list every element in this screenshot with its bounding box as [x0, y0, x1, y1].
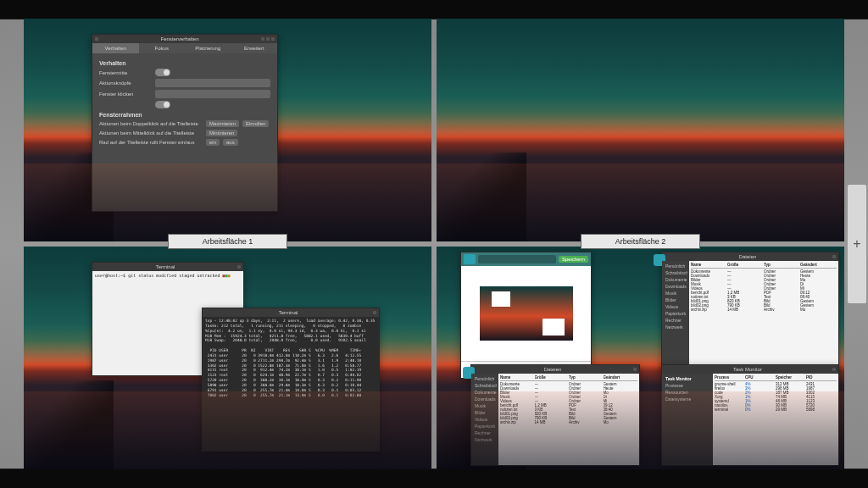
list-item[interactable]: bild02.png790 KBBildGestern — [500, 416, 637, 420]
sidebar-item[interactable]: Persönlich — [473, 375, 497, 382]
screenshot-window[interactable]: Speichern — [460, 252, 592, 379]
list-item[interactable]: Videos—OrdnerMi — [500, 399, 637, 403]
sidebar-item[interactable]: Dateisysteme — [664, 396, 711, 402]
save-button[interactable]: Speichern — [559, 256, 588, 263]
setting-label: Aktionsknöpfe — [99, 80, 150, 86]
column-header[interactable]: Prozess — [715, 375, 745, 380]
close-icon[interactable] — [271, 37, 275, 41]
setting-label: Aktionen beim Doppelklick auf die Titell… — [99, 121, 201, 126]
sidebar-item[interactable]: Downloads — [664, 283, 687, 290]
option-button[interactable]: Minimieren — [206, 130, 237, 136]
sidebar-item[interactable]: Prozesse — [664, 382, 711, 389]
column-header[interactable]: Name — [691, 263, 727, 267]
fm-sidebar[interactable]: PersönlichSchreibtischDokumenteDownloads… — [471, 374, 498, 465]
terminal-window-top[interactable]: Terminal top - 12:48:02 up 3 days, 2:11,… — [202, 308, 380, 452]
task-sidebar[interactable]: Task MonitorProzesseRessourcenDateisyste… — [662, 374, 713, 465]
option-button[interactable]: ein — [206, 139, 220, 146]
sidebar-item[interactable]: Bilder — [473, 409, 497, 416]
sidebar-item[interactable]: Netzwerk — [473, 436, 497, 443]
workspace-3[interactable]: Terminal user@host:~$ git status modifie… — [24, 247, 431, 469]
sidebar-item[interactable]: Musik — [664, 290, 687, 297]
column-header[interactable]: Name — [500, 375, 535, 380]
list-item[interactable]: Musik—OrdnerDi — [500, 395, 637, 399]
column-header[interactable]: Größe — [727, 263, 764, 267]
list-item[interactable]: systemd1%48 MB1123 — [715, 399, 837, 403]
column-header[interactable]: Größe — [535, 375, 570, 380]
minimize-icon[interactable] — [261, 37, 264, 41]
close-icon[interactable] — [832, 368, 836, 371]
close-icon[interactable] — [237, 265, 241, 269]
screenshot-preview — [480, 286, 573, 341]
settings-tabs[interactable]: Verhalten Fokus Platzierung Erweitert — [92, 43, 277, 53]
option-button[interactable]: aus — [223, 139, 238, 146]
sidebar-item[interactable]: Netzwerk — [664, 324, 687, 330]
sidebar-item[interactable]: Schreibtisch — [664, 269, 687, 276]
close-icon[interactable] — [832, 255, 836, 258]
sidebar-item[interactable]: Rechner — [473, 430, 497, 436]
maximize-icon[interactable] — [266, 37, 270, 41]
column-header[interactable]: PID — [806, 375, 837, 380]
list-item[interactable]: archiv.zip14 MBArchivMo — [691, 308, 837, 312]
setting-label: Fenster klicken — [99, 92, 150, 97]
workspace-2[interactable] — [437, 19, 844, 241]
sidebar-item[interactable]: Papierkorb — [664, 310, 687, 317]
setting-label: Aktionen beim Mittelklick auf die Titell… — [99, 130, 201, 136]
column-header[interactable]: Geändert — [800, 263, 837, 267]
workspace-label[interactable]: Arbeitsfläche 1 — [168, 234, 288, 249]
list-item[interactable]: archiv.zip14 MBArchivMo — [500, 420, 637, 424]
tab-focus[interactable]: Fokus — [139, 43, 186, 53]
option-button[interactable]: Maximieren — [206, 120, 239, 127]
workspace-1[interactable]: Fensterverhalten Verhalten Fokus Platzie… — [24, 19, 431, 241]
fm-sidebar[interactable]: PersönlichSchreibtischDokumenteDownloads… — [662, 261, 689, 369]
list-item[interactable]: Xorg1%74 MB4115 — [715, 395, 837, 399]
list-item[interactable]: bericht.pdf1,2 MBPDF09:12 — [500, 403, 637, 408]
column-header[interactable]: Geändert — [604, 375, 638, 380]
fm-file-list[interactable]: NameGrößeTypGeändertDokumente—OrdnerGest… — [498, 374, 639, 465]
sidebar-item[interactable]: Musik — [473, 402, 497, 409]
sidebar-item[interactable]: Downloads — [473, 396, 497, 402]
sidebar-item[interactable]: Papierkorb — [473, 423, 497, 430]
file-manager-window[interactable]: Dateien PersönlichSchreibtischDokumenteD… — [470, 364, 640, 466]
task-monitor-window[interactable]: Task Monitor Task MonitorProzesseRessour… — [661, 364, 839, 466]
sidebar-item[interactable]: Videos — [664, 303, 687, 310]
workspace-label[interactable]: Arbeitsfläche 2 — [581, 234, 701, 249]
sidebar-item[interactable]: Dokumente — [473, 389, 497, 396]
file-manager-window[interactable]: Dateien PersönlichSchreibtischDokumenteD… — [661, 252, 839, 370]
close-icon[interactable] — [633, 368, 637, 371]
sidebar-item[interactable]: Videos — [473, 416, 497, 423]
tab-advanced[interactable]: Erweitert — [231, 43, 278, 53]
dropdown-field[interactable] — [155, 90, 270, 98]
sidebar-item[interactable]: Schreibtisch — [473, 382, 497, 389]
list-item[interactable]: Bilder—OrdnerMo — [500, 391, 637, 395]
top-panel — [0, 0, 868, 19]
workspace-4[interactable]: Speichern Dateien PersönlichSchreibtisch… — [437, 247, 844, 469]
toggle-switch[interactable] — [155, 101, 170, 108]
tab-behaviour[interactable]: Verhalten — [92, 43, 139, 53]
capture-icon[interactable] — [464, 254, 476, 264]
column-header[interactable]: CPU — [745, 375, 776, 380]
close-icon[interactable] — [373, 311, 376, 314]
list-item[interactable]: terminal0%29 MB5898 — [715, 408, 837, 412]
dropdown-field[interactable] — [155, 79, 270, 87]
add-workspace-button[interactable]: + — [848, 185, 866, 303]
setting-label: Rad auf der Titelleiste rollt Fenster ei… — [99, 140, 201, 145]
column-header[interactable]: Typ — [764, 263, 800, 267]
column-header[interactable]: Typ — [569, 375, 604, 380]
sidebar-item[interactable]: Ressourcen — [664, 389, 711, 396]
sidebar-item[interactable]: Dokumente — [664, 276, 687, 283]
tab-placement[interactable]: Platzierung — [185, 43, 231, 53]
list-item[interactable]: code2%187 MB3302 — [715, 391, 837, 395]
list-item[interactable]: nautilus0%30 MB5720 — [715, 403, 837, 408]
sidebar-item[interactable]: Rechner — [664, 317, 687, 324]
settings-window[interactable]: Fensterverhalten Verhalten Fokus Platzie… — [92, 34, 278, 212]
column-header[interactable]: Speicher — [776, 375, 806, 380]
window-title: Fensterverhalten — [100, 36, 259, 42]
option-button[interactable]: Einrollen — [242, 120, 269, 127]
list-item[interactable]: bild01.png820 KBBildGestern — [500, 412, 637, 416]
toggle-switch[interactable] — [155, 69, 170, 76]
sidebar-item[interactable]: Bilder — [664, 297, 687, 303]
sidebar-item[interactable]: Persönlich — [664, 263, 687, 269]
fm-file-list[interactable]: NameGrößeTypGeändertDokumente—OrdnerGest… — [689, 261, 838, 369]
process-list[interactable]: ProzessCPUSpeicherPIDgnome-shell4%312 MB… — [713, 374, 838, 465]
list-item[interactable]: notizen.txt3 KBText08:40 — [500, 408, 637, 412]
